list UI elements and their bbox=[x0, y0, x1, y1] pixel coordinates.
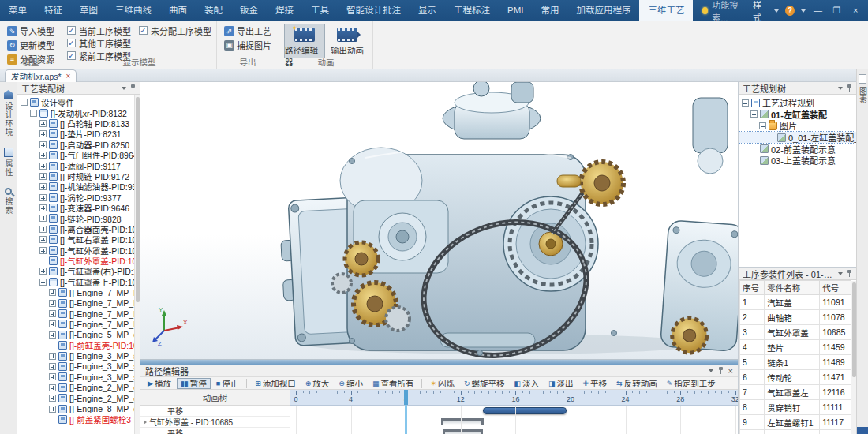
menu-item[interactable]: 焊接 bbox=[267, 0, 302, 21]
checkbox-option[interactable]: ✓当前工序模型 bbox=[67, 24, 131, 36]
tree-expand-icon[interactable] bbox=[39, 173, 47, 180]
checkbox-option[interactable]: ✓其他工序模型 bbox=[67, 37, 131, 49]
tree-item[interactable]: []-Engine_2_MP_cy bbox=[17, 393, 140, 403]
table-row[interactable]: 7气缸罩盖左12116 bbox=[740, 385, 851, 400]
document-tab[interactable]: 发动机xr.aps* × bbox=[5, 69, 77, 82]
tree-collapse-icon[interactable] bbox=[742, 99, 749, 107]
toolbar-button[interactable]: ⊕放大 bbox=[301, 378, 334, 389]
menu-item[interactable]: 三维曲线 bbox=[107, 0, 160, 21]
tree-item[interactable]: []-变速器-PID:9646 bbox=[17, 203, 140, 213]
tree-expand-icon[interactable] bbox=[39, 268, 47, 275]
tree-expand-icon[interactable] bbox=[49, 406, 56, 413]
tree-item[interactable]: 设计零件 bbox=[17, 97, 140, 107]
rail-tab[interactable]: 搜索 bbox=[2, 188, 14, 215]
chevron-down-icon[interactable] bbox=[709, 369, 713, 372]
tree-item[interactable]: 工艺过程规划 bbox=[739, 97, 856, 109]
tree-collapse-icon[interactable] bbox=[750, 110, 758, 118]
tree-expand-icon[interactable] bbox=[39, 130, 47, 137]
tree-collapse-icon[interactable] bbox=[759, 122, 766, 129]
tree-item[interactable]: []-气缸罩盖上-PID:106 bbox=[17, 277, 140, 287]
tab-close-icon[interactable]: × bbox=[66, 72, 71, 80]
tree-expand-icon[interactable] bbox=[39, 163, 47, 170]
help-button[interactable]: ? bbox=[785, 6, 794, 16]
function-search[interactable]: 功能搜索... bbox=[693, 0, 753, 21]
table-row[interactable]: 4垫片11459 bbox=[740, 340, 851, 355]
tree-expand-icon[interactable] bbox=[49, 384, 56, 391]
assembly-scrollbar[interactable] bbox=[134, 95, 140, 434]
rail-tab[interactable]: 属性 bbox=[2, 148, 14, 177]
tree-expand-icon[interactable] bbox=[39, 236, 47, 243]
tree-item[interactable]: []-Engine_8_MP_d: bbox=[17, 403, 140, 413]
table-row[interactable]: 8贯穿销钉11111 bbox=[740, 400, 851, 415]
tree-item[interactable]: []-Engine_3_MP_sh bbox=[17, 350, 140, 361]
tree-item[interactable]: 0_01-左缸盖装配_17.93 bbox=[739, 132, 856, 144]
toolbar-button[interactable]: ◧淡入 bbox=[511, 378, 544, 389]
toolbar-button[interactable]: ✚平移 bbox=[579, 378, 612, 389]
tree-item[interactable]: []-Engine_7_MP_kl bbox=[17, 297, 140, 308]
tree-collapse-icon[interactable] bbox=[39, 279, 47, 286]
tree-expand-icon[interactable] bbox=[49, 331, 56, 339]
checkbox-option[interactable]: ✓未分配工序模型 bbox=[139, 24, 211, 36]
toolbar-button[interactable]: ⊖缩小 bbox=[335, 378, 367, 389]
tree-item[interactable]: []-前盖紧固螺栓3-P bbox=[17, 414, 140, 425]
close-button[interactable]: × bbox=[849, 0, 862, 21]
tree-expand-icon[interactable] bbox=[39, 247, 47, 254]
tree-item[interactable]: 03-上盖装配示意 bbox=[739, 155, 856, 166]
menu-item[interactable]: PMI bbox=[499, 0, 532, 21]
tree-expand-icon[interactable] bbox=[49, 363, 56, 370]
tree-item[interactable]: []-Engine_2_MP_cy bbox=[17, 383, 140, 393]
tree-expand-icon[interactable] bbox=[39, 141, 47, 148]
scrollbar-thumb[interactable] bbox=[136, 97, 140, 302]
toolbar-button[interactable]: ◨淡出 bbox=[544, 378, 578, 389]
tree-item[interactable]: []-垫片-PID:8231 bbox=[17, 129, 140, 139]
tree-expand-icon[interactable] bbox=[39, 226, 47, 233]
menu-item[interactable]: 加载应用程序 bbox=[567, 0, 639, 21]
tree-expand-icon[interactable] bbox=[39, 152, 47, 159]
table-row[interactable]: 9左缸盖螺钉111117 bbox=[740, 415, 851, 430]
animation-duration-bracket[interactable] bbox=[441, 418, 484, 425]
tree-item[interactable]: []-启动器-PID:8250 bbox=[17, 140, 140, 150]
tree-expand-icon[interactable] bbox=[49, 395, 56, 402]
ribbon-big-button[interactable]: 输出动画 bbox=[327, 24, 368, 58]
viewport-3d[interactable]: Y X Z bbox=[140, 82, 738, 359]
toolbar-button[interactable]: ▶播放 bbox=[144, 378, 175, 389]
tree-item[interactable]: []-气门组件-PID:8964 bbox=[17, 150, 140, 160]
tree-expand-icon[interactable] bbox=[39, 120, 47, 127]
table-row[interactable]: 6传动轮11471 bbox=[740, 370, 851, 385]
animation-segment-bar[interactable] bbox=[483, 407, 567, 414]
tree-item[interactable]: []-离合器面壳-PID:106 bbox=[17, 224, 140, 234]
toolbar-button[interactable]: ▮▮暂停 bbox=[177, 378, 211, 389]
ribbon-button[interactable]: ⇗导出工艺 bbox=[222, 24, 274, 38]
menu-item[interactable]: 三维工艺 bbox=[639, 0, 693, 21]
tree-item[interactable]: []-发动机xr-PID:8132 bbox=[17, 107, 140, 118]
expander-triangle-icon[interactable] bbox=[144, 420, 147, 425]
toolbar-button[interactable]: ▦查看所有 bbox=[369, 378, 418, 389]
style-menu[interactable]: 样式 bbox=[753, 0, 768, 24]
tree-item[interactable]: []-气缸外罩盖-PID:106 bbox=[17, 256, 140, 266]
toolbar-button[interactable]: ✎指定到工步 bbox=[663, 378, 720, 389]
toolbar-button[interactable]: ⊞添加视口 bbox=[251, 378, 300, 389]
tree-item[interactable]: []-前缸盖壳-PID:10 bbox=[17, 340, 140, 350]
chevron-down-icon[interactable] bbox=[774, 9, 779, 13]
ribbon-button[interactable]: ⇘导入模型 bbox=[5, 24, 57, 38]
tree-item[interactable]: []-Engine_7_MP_kl bbox=[17, 309, 140, 319]
tree-expand-icon[interactable] bbox=[39, 194, 47, 201]
tree-item[interactable]: []-涡轮-PID:9377 bbox=[17, 193, 140, 203]
tree-expand-icon[interactable] bbox=[39, 215, 47, 222]
tree-collapse-icon[interactable] bbox=[21, 99, 28, 106]
catalog-tab[interactable]: 图素 bbox=[857, 87, 868, 104]
menu-item[interactable]: 智能设计批注 bbox=[338, 0, 410, 21]
timeline-grid[interactable]: 048121620242832 bbox=[290, 390, 738, 434]
ribbon-button[interactable]: ▣捕捉图片 bbox=[222, 38, 274, 52]
tree-expand-icon[interactable] bbox=[39, 183, 47, 190]
tree-item[interactable]: []-气缸罩盖(右)-PID:10 bbox=[17, 266, 140, 276]
menu-item[interactable]: 钣金 bbox=[231, 0, 267, 21]
rail-tab[interactable]: 设计环境 bbox=[2, 90, 14, 137]
animation-tree-row[interactable]: 气缸外罩盖 - PID:10685 bbox=[140, 417, 290, 428]
parts-scrollbar[interactable] bbox=[851, 281, 856, 434]
tree-item[interactable]: []-时规链-PID:9172 bbox=[17, 171, 140, 181]
chevron-down-icon[interactable] bbox=[801, 9, 806, 13]
menu-item[interactable]: 工具 bbox=[302, 0, 338, 21]
tree-item[interactable]: []-气缸外罩盖-PID:106 bbox=[17, 245, 140, 255]
toolbar-button[interactable]: ⇆反转动画 bbox=[612, 378, 661, 389]
